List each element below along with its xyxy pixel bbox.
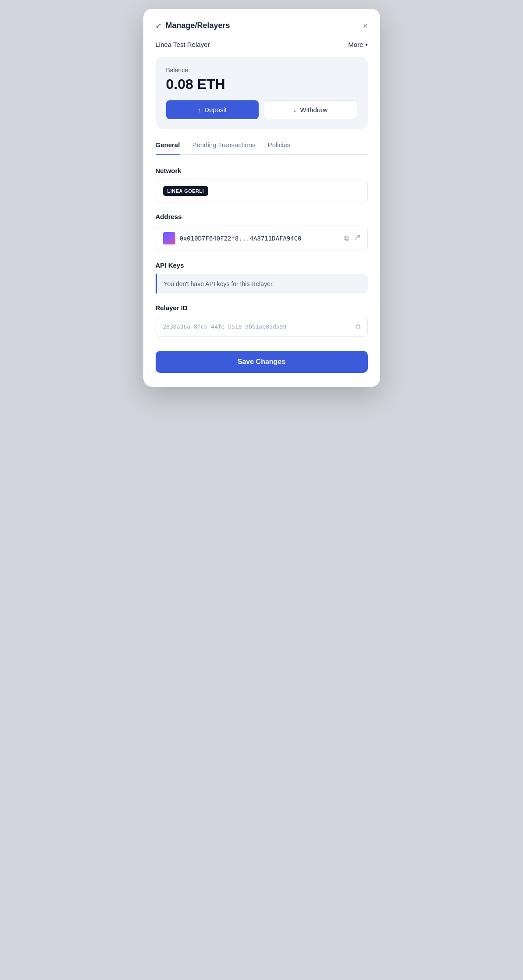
address-section: Address 0x010D7F640F22f8...4A8711DAFA94C…	[156, 213, 368, 251]
balance-label: Balance	[166, 67, 357, 74]
api-keys-message: You don't have API keys for this Relayer…	[164, 280, 274, 287]
modal: ⤢ Manage/Relayers × Linea Test Relayer M…	[143, 9, 380, 387]
copy-relayer-id-button[interactable]: ⧉	[356, 323, 360, 330]
tabs: General Pending Transactions Policies	[156, 141, 368, 155]
network-badge: LINEA GOERLI	[163, 186, 209, 196]
expand-icon[interactable]: ⤢	[156, 21, 161, 30]
balance-amount: 0.08 ETH	[166, 76, 357, 92]
withdraw-label: Withdraw	[300, 106, 327, 113]
relayer-id-field-box: 2830a36a-87cb-44fe-b518-9bb1ae85d599 ⧉	[156, 317, 368, 337]
network-section-title: Network	[156, 167, 368, 174]
balance-actions: ↑ Deposit ↓ Withdraw	[166, 100, 357, 119]
relayer-id-section-title: Relayer ID	[156, 304, 368, 311]
withdraw-arrow-icon: ↓	[293, 106, 297, 113]
modal-title: Manage/Relayers	[166, 21, 230, 30]
external-link-button[interactable]	[354, 234, 360, 242]
deposit-arrow-icon: ↑	[198, 106, 201, 113]
address-field-box: 0x010D7F640F22f8...4A8711DAFA94C0 ⧉	[156, 226, 368, 251]
copy-address-button[interactable]: ⧉	[344, 235, 349, 242]
more-label: More	[348, 41, 363, 48]
relayer-selector: Linea Test Relayer More ▾	[156, 41, 368, 48]
network-field-box: LINEA GOERLI	[156, 180, 368, 202]
modal-overlay: ⤢ Manage/Relayers × Linea Test Relayer M…	[143, 9, 380, 387]
relayer-name: Linea Test Relayer	[156, 41, 210, 48]
address-value: 0x010D7F640F22f8...4A8711DAFA94C0	[180, 235, 344, 242]
address-avatar-icon	[163, 232, 175, 244]
address-actions: ⧉	[344, 234, 360, 242]
relayer-id-section: Relayer ID 2830a36a-87cb-44fe-b518-9bb1a…	[156, 304, 368, 337]
withdraw-button[interactable]: ↓ Withdraw	[264, 100, 357, 119]
modal-header-left: ⤢ Manage/Relayers	[156, 21, 230, 30]
address-content: 0x010D7F640F22f8...4A8711DAFA94C0	[163, 232, 344, 244]
address-section-title: Address	[156, 213, 368, 220]
chevron-down-icon: ▾	[365, 42, 368, 48]
deposit-label: Deposit	[204, 106, 227, 113]
modal-header: ⤢ Manage/Relayers ×	[156, 21, 368, 30]
save-changes-button[interactable]: Save Changes	[156, 351, 368, 373]
api-keys-section: API Keys You don't have API keys for thi…	[156, 262, 368, 294]
network-section: Network LINEA GOERLI	[156, 167, 368, 202]
tab-pending-transactions[interactable]: Pending Transactions	[192, 141, 255, 155]
api-keys-info: You don't have API keys for this Relayer…	[156, 274, 368, 294]
tab-policies[interactable]: Policies	[268, 141, 291, 155]
deposit-button[interactable]: ↑ Deposit	[166, 100, 259, 119]
close-icon[interactable]: ×	[363, 22, 368, 30]
balance-card: Balance 0.08 ETH ↑ Deposit ↓ Withdraw	[156, 57, 368, 129]
tab-general[interactable]: General	[156, 141, 180, 155]
relayer-id-value: 2830a36a-87cb-44fe-b518-9bb1ae85d599	[163, 323, 287, 330]
more-button[interactable]: More ▾	[348, 41, 367, 48]
api-keys-section-title: API Keys	[156, 262, 368, 269]
